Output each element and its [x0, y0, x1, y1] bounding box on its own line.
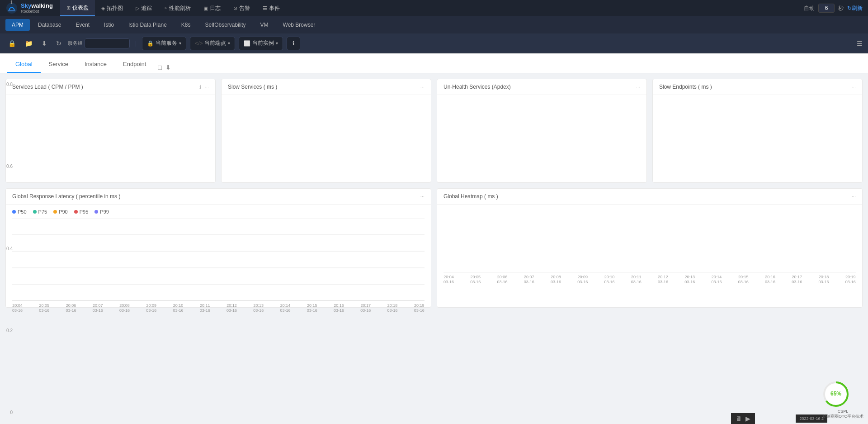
x-label-item: 20:1303-16 — [684, 275, 695, 285]
x-label-item: 20:1803-16 — [819, 275, 829, 285]
current-endpoint-label: 当前端点 — [204, 39, 226, 47]
top-right-controls: 自动 秒 ↻刷新 — [804, 4, 863, 13]
services-load-panel: Services Load ( CPM / PPM ) ℹ ··· — [5, 79, 216, 183]
x-label-item: 20:1603-16 — [334, 303, 344, 313]
toolbar-refresh-icon[interactable]: ↻ — [53, 38, 64, 49]
services-load-more-icon[interactable]: ··· — [205, 84, 209, 90]
nav-label-performance: 性能剖析 — [169, 5, 191, 12]
slow-services-actions: ··· — [420, 84, 425, 90]
x-label-item: 20:0903-16 — [146, 303, 156, 313]
x-label-item: 20:1503-16 — [307, 303, 317, 313]
logo-text: Skywalking Rocketbot — [21, 3, 53, 14]
second-nav-web-browser[interactable]: Web Browser — [277, 19, 322, 31]
nav-item-trace[interactable]: ▷ 追踪 — [129, 0, 158, 16]
x-label-item: 20:1003-16 — [173, 303, 184, 313]
legend-label-p50: P50 — [18, 209, 27, 214]
nav-label-alert: 告警 — [239, 5, 250, 12]
dashboard-icon: ⊞ — [66, 5, 71, 11]
export-dashboard-icon[interactable]: ⬇ — [165, 64, 171, 71]
x-label-item: 20:0803-16 — [551, 275, 561, 285]
performance-icon: ≈ — [165, 5, 167, 11]
nav-item-topology[interactable]: ◈ 拓扑图 — [95, 0, 129, 16]
top-panels-row: Services Load ( CPM / PPM ) ℹ ··· Slow S… — [5, 79, 863, 183]
heatmap-chart — [443, 209, 856, 272]
services-load-info-icon[interactable]: ℹ — [199, 84, 201, 90]
legend-dot-p90 — [53, 210, 57, 214]
current-endpoint-selector[interactable]: </> 当前端点 ▾ — [190, 37, 235, 50]
nav-label-dashboard: 仪表盘 — [72, 4, 89, 12]
x-labels-right: 20:0403-1620:0503-1620:0603-1620:0703-16… — [443, 275, 856, 285]
second-nav-k8s[interactable]: K8s — [175, 19, 197, 31]
second-nav-vm[interactable]: VM — [254, 19, 275, 31]
legend-dot-p50 — [12, 210, 16, 214]
unhealth-services-actions: ··· — [636, 84, 640, 90]
slow-services-header: Slow Services ( ms ) ··· — [222, 79, 431, 95]
x-label-item: 20:0503-16 — [470, 275, 481, 285]
second-nav-istio[interactable]: Istio — [98, 19, 120, 31]
x-label-item: 20:1703-16 — [792, 275, 802, 285]
nav-items: ⊞ 仪表盘 ◈ 拓扑图 ▷ 追踪 ≈ 性能剖析 ▣ 日志 ⊙ 告警 ☰ 事件 — [60, 0, 804, 16]
nav-item-events[interactable]: ☰ 事件 — [256, 0, 286, 16]
nav-item-alert[interactable]: ⊙ 告警 — [227, 0, 256, 16]
y-label-04: 0.4 — [0, 246, 13, 251]
legend-p99: P99 — [94, 209, 109, 214]
logo-subtitle: Rocketbot — [21, 9, 53, 14]
info-button[interactable]: ℹ — [287, 37, 300, 50]
refresh-button[interactable]: ↻刷新 — [847, 5, 863, 12]
legend-label-p75: P75 — [38, 209, 47, 214]
toolbar-settings-icon[interactable]: ☰ — [857, 40, 863, 47]
legend-dot-p75 — [33, 210, 37, 214]
x-label-item: 20:0703-16 — [93, 303, 103, 313]
services-load-header: Services Load ( CPM / PPM ) ℹ ··· — [6, 79, 215, 95]
second-nav-istio-data-plane[interactable]: Istio Data Plane — [122, 19, 173, 31]
global-heatmap-panel: Global Heatmap ( ms ) ··· 20:0403-1620:0… — [437, 188, 863, 308]
heatmap-more-icon[interactable]: ··· — [852, 194, 856, 199]
x-label-item: 20:0603-16 — [497, 275, 508, 285]
log-icon: ▣ — [203, 5, 208, 11]
x-label-item: 20:0403-16 — [443, 275, 454, 285]
service-group-label: 服务组 — [68, 40, 83, 47]
x-label-item: 20:0803-16 — [119, 303, 130, 313]
x-label-item: 20:0903-16 — [577, 275, 588, 285]
top-navigation: Skywalking Rocketbot ⊞ 仪表盘 ◈ 拓扑图 ▷ 追踪 ≈ … — [0, 0, 868, 16]
current-instance-selector[interactable]: ⬜ 当前实例 ▾ — [239, 37, 283, 50]
tab-instance[interactable]: Instance — [76, 56, 115, 73]
legend-dot-p95 — [74, 210, 78, 214]
second-nav-event[interactable]: Event — [69, 19, 96, 31]
global-response-latency-actions: ··· — [420, 194, 425, 199]
toolbar-download-icon[interactable]: ⬇ — [39, 38, 50, 49]
nav-label-events: 事件 — [269, 5, 280, 12]
service-group-input[interactable] — [85, 38, 130, 48]
slow-endpoints-actions: ··· — [852, 84, 856, 90]
events-icon: ☰ — [263, 5, 267, 11]
global-response-latency-panel: Global Response Latency ( percentile in … — [5, 188, 431, 308]
global-heatmap-body: 20:0403-1620:0503-1620:0603-1620:0703-16… — [437, 205, 862, 307]
nav-item-dashboard[interactable]: ⊞ 仪表盘 — [60, 0, 95, 16]
slow-services-more-icon[interactable]: ··· — [420, 84, 425, 90]
toolbar-folder-icon[interactable]: 📁 — [22, 38, 35, 49]
y-label-08: 0.8 — [0, 82, 13, 87]
unhealth-services-more-icon[interactable]: ··· — [636, 84, 640, 90]
x-label-item: 20:1903-16 — [414, 303, 425, 313]
services-load-title: Services Load ( CPM / PPM ) — [12, 84, 83, 90]
current-service-selector[interactable]: 🔒 当前服务 ▾ — [142, 37, 186, 50]
refresh-interval-input[interactable] — [818, 4, 835, 13]
nav-item-log[interactable]: ▣ 日志 — [197, 0, 227, 16]
legend-p95: P95 — [74, 209, 89, 214]
nav-item-performance[interactable]: ≈ 性能剖析 — [158, 0, 197, 16]
slow-endpoints-title: Slow Endpoints ( ms ) — [659, 84, 712, 90]
nav-label-log: 日志 — [210, 5, 221, 12]
x-label-item: 20:0603-16 — [66, 303, 76, 313]
slow-endpoints-more-icon[interactable]: ··· — [852, 84, 856, 90]
y-axis: 1 0.8 0.6 0.4 0.2 0 — [0, 0, 13, 313]
response-latency-chart — [12, 218, 425, 301]
save-dashboard-icon[interactable]: □ — [158, 64, 161, 71]
slow-endpoints-panel: Slow Endpoints ( ms ) ··· — [652, 79, 863, 183]
second-nav-database[interactable]: Database — [32, 19, 67, 31]
x-label-item: 20:1303-16 — [253, 303, 264, 313]
heatmap-chart-container: 20:0403-1620:0503-1620:0603-1620:0703-16… — [443, 209, 856, 281]
tab-service[interactable]: Service — [41, 56, 76, 73]
tab-endpoint[interactable]: Endpoint — [115, 56, 154, 73]
second-nav-self-observability[interactable]: SelfObservability — [199, 19, 252, 31]
response-latency-more-icon[interactable]: ··· — [420, 194, 425, 199]
